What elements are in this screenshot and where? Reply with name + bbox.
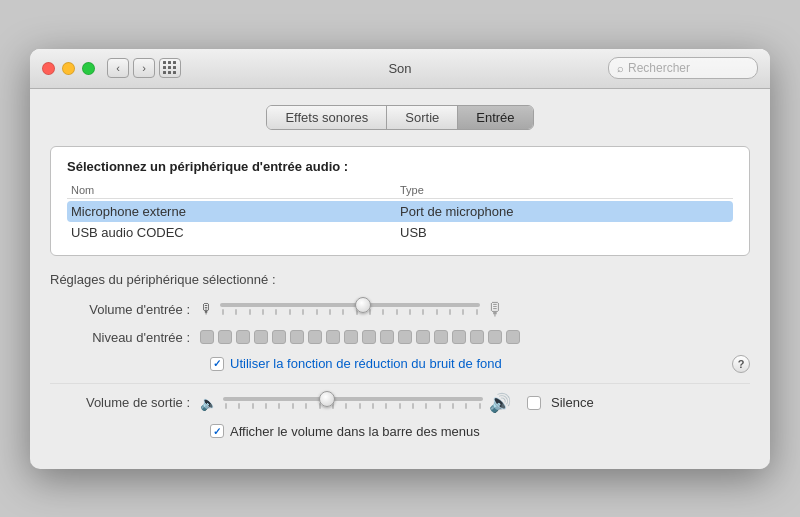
level-dot: [416, 330, 430, 344]
slider-thumb[interactable]: [319, 391, 335, 407]
search-placeholder: Rechercher: [628, 61, 690, 75]
level-dot: [200, 330, 214, 344]
level-dot: [398, 330, 412, 344]
noise-reduction-row: Utiliser la fonction de réduction du bru…: [50, 355, 750, 373]
col-header-type: Type: [400, 184, 729, 196]
col-header-name: Nom: [71, 184, 400, 196]
level-dot: [434, 330, 448, 344]
device-name-2: USB audio CODEC: [71, 225, 400, 240]
divider: [50, 383, 750, 384]
settings-heading: Réglages du périphérique sélectionné :: [50, 272, 750, 287]
level-dot: [506, 330, 520, 344]
volume-input-slider-container: 🎙: [200, 299, 750, 320]
slider-track: [223, 397, 483, 401]
volume-input-label: Volume d'entrée :: [50, 302, 190, 317]
noise-reduction-label: Utiliser la fonction de réduction du bru…: [230, 356, 502, 371]
nav-buttons: ‹ ›: [107, 58, 155, 78]
slider-ticks: [223, 401, 483, 409]
window-title: Son: [388, 61, 411, 76]
titlebar: ‹ › Son ⌕ Rechercher: [30, 49, 770, 89]
show-volume-checkbox[interactable]: [210, 424, 224, 438]
close-button[interactable]: [42, 62, 55, 75]
speaker-high-icon: 🔊: [489, 392, 511, 414]
main-window: ‹ › Son ⌕ Rechercher Effets sonores Sort…: [30, 49, 770, 469]
settings-area: Réglages du périphérique sélectionné : V…: [50, 272, 750, 439]
table-row[interactable]: Microphone externe Port de microphone: [67, 201, 733, 222]
mic-low-icon: 🎙: [200, 301, 214, 317]
content-area: Effets sonores Sortie Entrée Sélectionne…: [30, 89, 770, 469]
volume-output-label: Volume de sortie :: [50, 395, 190, 410]
forward-button[interactable]: ›: [133, 58, 155, 78]
level-dot: [308, 330, 322, 344]
level-dot: [344, 330, 358, 344]
search-box[interactable]: ⌕ Rechercher: [608, 57, 758, 79]
mic-high-icon: 🎙: [486, 299, 504, 320]
level-dot: [290, 330, 304, 344]
level-indicator: [200, 330, 520, 344]
section-heading: Sélectionnez un périphérique d'entrée au…: [67, 159, 733, 174]
device-name-1: Microphone externe: [71, 204, 400, 219]
level-dot: [272, 330, 286, 344]
volume-output-slider[interactable]: [223, 397, 483, 409]
level-input-row: Niveau d'entrée :: [50, 330, 750, 345]
speaker-low-icon: 🔈: [200, 395, 217, 411]
grid-view-button[interactable]: [159, 58, 181, 78]
silence-label: Silence: [551, 395, 594, 410]
level-dot: [452, 330, 466, 344]
show-volume-label: Afficher le volume dans la barre des men…: [230, 424, 480, 439]
level-input-label: Niveau d'entrée :: [50, 330, 190, 345]
slider-ticks: [220, 307, 480, 315]
help-button[interactable]: ?: [732, 355, 750, 373]
tab-effets-sonores[interactable]: Effets sonores: [267, 106, 387, 129]
table-header: Nom Type: [67, 182, 733, 199]
level-dot: [326, 330, 340, 344]
table-row[interactable]: USB audio CODEC USB: [67, 222, 733, 243]
tab-sortie[interactable]: Sortie: [387, 106, 458, 129]
show-volume-row: Afficher le volume dans la barre des men…: [50, 424, 750, 439]
level-dot: [236, 330, 250, 344]
search-icon: ⌕: [617, 62, 624, 74]
maximize-button[interactable]: [82, 62, 95, 75]
device-type-2: USB: [400, 225, 729, 240]
noise-reduction-checkbox[interactable]: [210, 357, 224, 371]
traffic-lights: [42, 62, 95, 75]
level-dot: [380, 330, 394, 344]
slider-track: [220, 303, 480, 307]
minimize-button[interactable]: [62, 62, 75, 75]
volume-input-row: Volume d'entrée : 🎙: [50, 299, 750, 320]
tab-entree[interactable]: Entrée: [458, 106, 532, 129]
slider-thumb[interactable]: [355, 297, 371, 313]
tabs-row: Effets sonores Sortie Entrée: [50, 105, 750, 130]
silence-row: Silence: [527, 395, 594, 410]
level-dot: [218, 330, 232, 344]
silence-checkbox[interactable]: [527, 396, 541, 410]
level-dot: [470, 330, 484, 344]
volume-input-slider[interactable]: [220, 303, 480, 315]
grid-icon: [163, 61, 177, 75]
level-dot: [254, 330, 268, 344]
tab-group: Effets sonores Sortie Entrée: [266, 105, 533, 130]
volume-output-slider-container: 🔈: [200, 392, 750, 414]
back-button[interactable]: ‹: [107, 58, 129, 78]
volume-output-row: Volume de sortie : 🔈: [50, 392, 750, 414]
device-type-1: Port de microphone: [400, 204, 729, 219]
device-section: Sélectionnez un périphérique d'entrée au…: [50, 146, 750, 256]
level-dot: [362, 330, 376, 344]
level-dot: [488, 330, 502, 344]
